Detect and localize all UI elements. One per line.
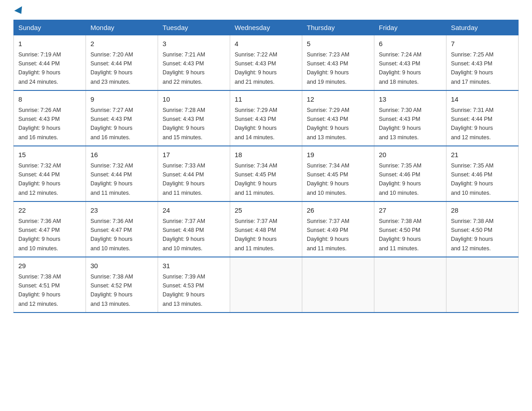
day-cell: 23Sunrise: 7:36 AMSunset: 4:47 PMDayligh… — [86, 201, 158, 257]
day-number: 13 — [379, 94, 442, 105]
day-cell: 30Sunrise: 7:38 AMSunset: 4:52 PMDayligh… — [86, 257, 158, 313]
day-number: 26 — [307, 206, 369, 216]
day-cell — [374, 257, 446, 313]
page-header — [13, 9, 519, 15]
day-number: 11 — [235, 94, 297, 105]
day-cell: 22Sunrise: 7:36 AMSunset: 4:47 PMDayligh… — [14, 201, 86, 257]
day-cell: 1Sunrise: 7:19 AMSunset: 4:44 PMDaylight… — [14, 35, 86, 91]
week-row-1: 1Sunrise: 7:19 AMSunset: 4:44 PMDaylight… — [14, 35, 519, 91]
day-number: 9 — [90, 94, 153, 105]
day-number: 7 — [451, 39, 514, 49]
day-cell: 9Sunrise: 7:27 AMSunset: 4:43 PMDaylight… — [86, 90, 158, 146]
weekday-header-friday: Friday — [374, 20, 446, 35]
day-info: Sunrise: 7:29 AMSunset: 4:43 PMDaylight:… — [235, 107, 277, 141]
day-info: Sunrise: 7:35 AMSunset: 4:46 PMDaylight:… — [379, 163, 421, 196]
day-cell: 25Sunrise: 7:37 AMSunset: 4:48 PMDayligh… — [230, 201, 302, 257]
day-number: 12 — [307, 94, 369, 105]
day-number: 20 — [379, 150, 442, 160]
day-number: 3 — [163, 39, 225, 49]
day-number: 21 — [451, 150, 514, 160]
day-number: 18 — [235, 150, 297, 160]
day-info: Sunrise: 7:37 AMSunset: 4:48 PMDaylight:… — [235, 218, 277, 252]
weekday-header-wednesday: Wednesday — [230, 20, 302, 35]
day-cell: 17Sunrise: 7:33 AMSunset: 4:44 PMDayligh… — [158, 146, 230, 201]
day-info: Sunrise: 7:23 AMSunset: 4:43 PMDaylight:… — [307, 51, 349, 85]
day-info: Sunrise: 7:34 AMSunset: 4:45 PMDaylight:… — [307, 163, 349, 196]
day-info: Sunrise: 7:29 AMSunset: 4:43 PMDaylight:… — [307, 107, 349, 141]
day-cell: 29Sunrise: 7:38 AMSunset: 4:51 PMDayligh… — [14, 257, 86, 313]
day-number: 15 — [18, 150, 81, 160]
day-number: 5 — [307, 39, 369, 49]
day-info: Sunrise: 7:27 AMSunset: 4:43 PMDaylight:… — [90, 107, 133, 141]
day-number: 8 — [18, 94, 81, 105]
day-info: Sunrise: 7:28 AMSunset: 4:43 PMDaylight:… — [163, 107, 205, 141]
day-info: Sunrise: 7:37 AMSunset: 4:48 PMDaylight:… — [163, 218, 205, 252]
day-cell: 14Sunrise: 7:31 AMSunset: 4:44 PMDayligh… — [446, 90, 519, 146]
weekday-header-sunday: Sunday — [14, 20, 86, 35]
day-cell: 8Sunrise: 7:26 AMSunset: 4:43 PMDaylight… — [14, 90, 86, 146]
day-info: Sunrise: 7:25 AMSunset: 4:43 PMDaylight:… — [451, 51, 493, 85]
day-cell: 15Sunrise: 7:32 AMSunset: 4:44 PMDayligh… — [14, 146, 86, 201]
day-info: Sunrise: 7:38 AMSunset: 4:51 PMDaylight:… — [18, 274, 61, 307]
day-cell: 13Sunrise: 7:30 AMSunset: 4:43 PMDayligh… — [374, 90, 446, 146]
day-cell — [446, 257, 519, 313]
weekday-header-monday: Monday — [86, 20, 158, 35]
day-number: 25 — [235, 206, 297, 216]
day-number: 19 — [307, 150, 369, 160]
weekday-header-row: SundayMondayTuesdayWednesdayThursdayFrid… — [14, 20, 519, 35]
week-row-4: 22Sunrise: 7:36 AMSunset: 4:47 PMDayligh… — [14, 201, 519, 257]
day-info: Sunrise: 7:38 AMSunset: 4:50 PMDaylight:… — [379, 218, 421, 252]
day-cell: 3Sunrise: 7:21 AMSunset: 4:43 PMDaylight… — [158, 35, 230, 91]
day-cell: 27Sunrise: 7:38 AMSunset: 4:50 PMDayligh… — [374, 201, 446, 257]
day-info: Sunrise: 7:26 AMSunset: 4:43 PMDaylight:… — [18, 107, 61, 141]
day-info: Sunrise: 7:35 AMSunset: 4:46 PMDaylight:… — [451, 163, 493, 196]
day-info: Sunrise: 7:36 AMSunset: 4:47 PMDaylight:… — [18, 218, 61, 252]
logo-general-row — [13, 9, 24, 15]
day-number: 27 — [379, 206, 442, 216]
day-cell: 12Sunrise: 7:29 AMSunset: 4:43 PMDayligh… — [302, 90, 374, 146]
week-row-2: 8Sunrise: 7:26 AMSunset: 4:43 PMDaylight… — [14, 90, 519, 146]
day-info: Sunrise: 7:34 AMSunset: 4:45 PMDaylight:… — [235, 163, 277, 196]
day-number: 16 — [90, 150, 153, 160]
day-info: Sunrise: 7:38 AMSunset: 4:52 PMDaylight:… — [90, 274, 133, 307]
day-info: Sunrise: 7:30 AMSunset: 4:43 PMDaylight:… — [379, 107, 421, 141]
day-number: 29 — [18, 261, 81, 271]
logo-triangle-icon — [14, 6, 25, 16]
day-info: Sunrise: 7:31 AMSunset: 4:44 PMDaylight:… — [451, 107, 493, 141]
day-cell: 31Sunrise: 7:39 AMSunset: 4:53 PMDayligh… — [158, 257, 230, 313]
day-number: 23 — [90, 206, 153, 216]
day-info: Sunrise: 7:24 AMSunset: 4:43 PMDaylight:… — [379, 51, 421, 85]
day-info: Sunrise: 7:37 AMSunset: 4:49 PMDaylight:… — [307, 218, 349, 252]
day-number: 22 — [18, 206, 81, 216]
day-info: Sunrise: 7:39 AMSunset: 4:53 PMDaylight:… — [163, 274, 205, 307]
day-number: 24 — [163, 206, 225, 216]
day-number: 30 — [90, 261, 153, 271]
day-number: 14 — [451, 94, 514, 105]
logo — [13, 9, 24, 15]
day-info: Sunrise: 7:32 AMSunset: 4:44 PMDaylight:… — [18, 163, 61, 196]
day-cell — [230, 257, 302, 313]
weekday-header-thursday: Thursday — [302, 20, 374, 35]
day-number: 28 — [451, 206, 514, 216]
week-row-3: 15Sunrise: 7:32 AMSunset: 4:44 PMDayligh… — [14, 146, 519, 201]
day-cell: 6Sunrise: 7:24 AMSunset: 4:43 PMDaylight… — [374, 35, 446, 91]
day-info: Sunrise: 7:32 AMSunset: 4:44 PMDaylight:… — [90, 163, 133, 196]
week-row-5: 29Sunrise: 7:38 AMSunset: 4:51 PMDayligh… — [14, 257, 519, 313]
day-cell: 18Sunrise: 7:34 AMSunset: 4:45 PMDayligh… — [230, 146, 302, 201]
day-number: 1 — [18, 39, 81, 49]
weekday-header-saturday: Saturday — [446, 20, 519, 35]
day-cell — [302, 257, 374, 313]
day-number: 4 — [235, 39, 297, 49]
calendar-table: SundayMondayTuesdayWednesdayThursdayFrid… — [13, 20, 519, 313]
day-number: 2 — [90, 39, 153, 49]
day-cell: 5Sunrise: 7:23 AMSunset: 4:43 PMDaylight… — [302, 35, 374, 91]
day-info: Sunrise: 7:21 AMSunset: 4:43 PMDaylight:… — [163, 51, 205, 85]
day-cell: 28Sunrise: 7:38 AMSunset: 4:50 PMDayligh… — [446, 201, 519, 257]
day-info: Sunrise: 7:19 AMSunset: 4:44 PMDaylight:… — [18, 51, 61, 85]
day-info: Sunrise: 7:22 AMSunset: 4:43 PMDaylight:… — [235, 51, 277, 85]
day-cell: 20Sunrise: 7:35 AMSunset: 4:46 PMDayligh… — [374, 146, 446, 201]
day-cell: 10Sunrise: 7:28 AMSunset: 4:43 PMDayligh… — [158, 90, 230, 146]
day-info: Sunrise: 7:33 AMSunset: 4:44 PMDaylight:… — [163, 163, 205, 196]
day-info: Sunrise: 7:20 AMSunset: 4:44 PMDaylight:… — [90, 51, 133, 85]
day-info: Sunrise: 7:36 AMSunset: 4:47 PMDaylight:… — [90, 218, 133, 252]
